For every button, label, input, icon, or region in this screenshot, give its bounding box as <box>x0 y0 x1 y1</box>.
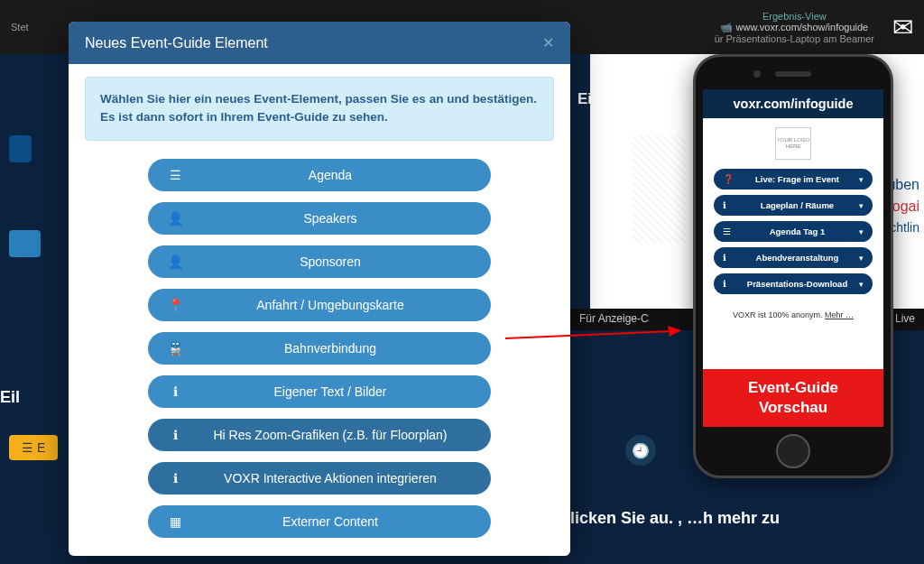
list-icon: ☰ <box>723 227 735 236</box>
option-label: Speakers <box>186 211 475 226</box>
info-icon: ℹ <box>164 428 186 442</box>
option-voxr-interactive[interactable]: ℹ VOXR Interactive Aktionen integrieren <box>148 462 491 495</box>
ticket-icon: 🚆 <box>164 341 186 356</box>
info-box: Wählen Sie hier ein neues Event-Element,… <box>85 77 554 141</box>
ergebnis-view: Ergebnis-View <box>715 11 874 22</box>
clock-button[interactable]: 🕘 <box>625 435 656 466</box>
info-icon: ℹ <box>723 279 735 289</box>
question-icon: ❓ <box>723 174 735 184</box>
chevron-down-icon: ▾ <box>859 254 864 263</box>
modal-title: Neues Event-Guide Element <box>85 35 268 51</box>
mail-icon[interactable]: ✉ <box>892 13 913 42</box>
options-list: ☰ Agenda 👤 Speakers 👤 Sponsoren 📍 Anfahr… <box>85 159 554 538</box>
phone-item-download[interactable]: ℹ Präsentations-Download ▾ <box>714 273 873 294</box>
phone-menu: ❓ Live: Frage im Event ▾ ℹ Lageplan / Rä… <box>703 167 883 296</box>
phone-speaker <box>775 71 811 77</box>
phone-red-line2: Vorschau <box>707 398 880 418</box>
info-icon: ℹ <box>723 253 735 263</box>
phone-footer-link[interactable]: Mehr … <box>825 310 854 319</box>
phone-logo-placeholder: YOUR LOGO HERE <box>775 127 811 160</box>
bg-blue-chip-2[interactable] <box>9 230 41 257</box>
info-icon: ℹ <box>723 200 735 210</box>
option-label: Anfahrt / Umgebungskarte <box>186 298 475 312</box>
phone-item-label: Live: Frage im Event <box>735 174 859 184</box>
close-icon[interactable]: ✕ <box>542 34 554 51</box>
phone-item-live[interactable]: ❓ Live: Frage im Event ▾ <box>714 169 873 190</box>
option-label: Agenda <box>186 168 475 182</box>
phone-screen: voxr.com/infoguide YOUR LOGO HERE ❓ Live… <box>703 89 883 427</box>
phone-camera <box>753 70 761 78</box>
qr-icon: ▦ <box>164 514 186 529</box>
phone-item-label: Abendveranstaltung <box>735 253 859 263</box>
info-icon: ℹ <box>164 384 186 399</box>
phone-item-agenda[interactable]: ☰ Agenda Tag 1 ▾ <box>714 221 873 242</box>
option-label: Hi Res Zoom-Grafiken (z.B. für Floorplan… <box>186 428 475 442</box>
option-agenda[interactable]: ☰ Agenda <box>148 159 491 191</box>
bg-yellow-button[interactable]: ☰ E <box>9 435 58 460</box>
pin-icon: 📍 <box>164 298 186 312</box>
option-extern[interactable]: ▦ Externer Content <box>148 505 491 538</box>
info-icon: ℹ <box>164 471 186 485</box>
phone-footer-text: VOXR ist 100% anonym. <box>733 310 825 319</box>
modal-header: Neues Event-Guide Element ✕ <box>69 22 570 64</box>
option-eigener-text[interactable]: ℹ Eigener Text / Bilder <box>148 375 491 408</box>
svg-line-0 <box>505 331 672 338</box>
show-url: 📹 www.voxr.com/show/infoguide <box>715 22 874 33</box>
modal-body: Wählen Sie hier ein neues Event-Element,… <box>69 64 570 556</box>
list-icon: ☰ <box>164 168 186 182</box>
phone-logo-area: YOUR LOGO HERE <box>703 118 883 167</box>
chevron-down-icon: ▾ <box>859 280 864 289</box>
option-bahn[interactable]: 🚆 Bahnverbindung <box>148 332 491 365</box>
option-anfahrt[interactable]: 📍 Anfahrt / Umgebungskarte <box>148 289 491 321</box>
option-sponsoren[interactable]: 👤 Sponsoren <box>148 245 491 278</box>
laptop-note: ür Präsentations-Laptop am Beamer <box>715 33 874 44</box>
phone-footer: VOXR ist 100% anonym. Mehr … <box>703 296 883 325</box>
arrow-annotation <box>505 320 686 356</box>
top-left-text: Stet <box>11 22 29 32</box>
phone-item-label: Präsentations-Download <box>735 279 859 289</box>
bg-heading-right: Ei uell nic <box>578 90 649 108</box>
phone-red-banner: Event-Guide Vorschau <box>703 369 883 427</box>
option-label: Externer Content <box>186 514 475 529</box>
phone-url-bar: voxr.com/infoguide <box>703 89 883 118</box>
bg-blue-chip-1[interactable] <box>9 135 32 162</box>
wordcloud-fragment <box>632 135 686 244</box>
phone-preview: voxr.com/infoguide YOUR LOGO HERE ❓ Live… <box>693 54 893 478</box>
chevron-down-icon: ▾ <box>859 175 864 184</box>
phone-home-button[interactable] <box>776 434 810 468</box>
chevron-down-icon: ▾ <box>859 227 864 236</box>
option-hires[interactable]: ℹ Hi Res Zoom-Grafiken (z.B. für Floorpl… <box>148 419 491 451</box>
option-label: VOXR Interactive Aktionen integrieren <box>186 471 475 485</box>
option-speakers[interactable]: 👤 Speakers <box>148 202 491 235</box>
phone-item-abend[interactable]: ℹ Abendveranstaltung ▾ <box>714 247 873 268</box>
phone-item-label: Agenda Tag 1 <box>735 227 859 236</box>
new-element-modal: Neues Event-Guide Element ✕ Wählen Sie h… <box>69 22 570 556</box>
phone-item-label: Lageplan / Räume <box>735 200 859 210</box>
option-label: Bahnverbindung <box>186 341 475 356</box>
bg-side-heading: Eil <box>0 388 20 407</box>
option-label: Sponsoren <box>186 254 475 269</box>
phone-item-lageplan[interactable]: ℹ Lageplan / Räume ▾ <box>714 195 873 216</box>
bg-bottom-text: licken Sie au. , …h mehr zu <box>570 509 924 528</box>
phone-red-line1: Event-Guide <box>707 378 880 398</box>
person-icon: 👤 <box>164 254 186 269</box>
person-icon: 👤 <box>164 211 186 226</box>
chevron-down-icon: ▾ <box>859 201 864 210</box>
option-label: Eigener Text / Bilder <box>186 384 475 399</box>
svg-marker-1 <box>668 326 681 337</box>
